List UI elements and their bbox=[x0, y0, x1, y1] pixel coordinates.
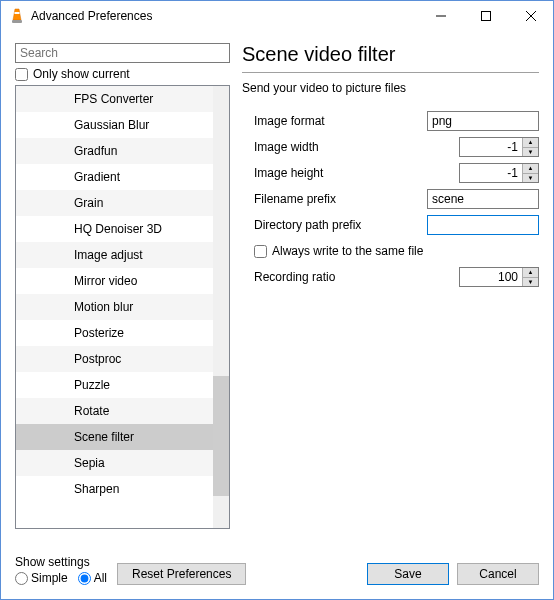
filename-prefix-input[interactable] bbox=[427, 189, 539, 209]
app-icon bbox=[9, 8, 25, 24]
scrollbar-thumb[interactable] bbox=[213, 376, 229, 496]
tree-item[interactable]: HQ Denoiser 3D bbox=[16, 216, 213, 242]
radio-all-label: All bbox=[94, 571, 107, 585]
tree-item[interactable]: Mirror video bbox=[16, 268, 213, 294]
image-width-up[interactable]: ▲ bbox=[523, 138, 538, 148]
recording-ratio-input[interactable] bbox=[460, 268, 522, 286]
filter-tree: FPS ConverterGaussian BlurGradfunGradien… bbox=[15, 85, 230, 529]
tree-scrollbar[interactable] bbox=[213, 86, 229, 528]
tree-item[interactable]: Postproc bbox=[16, 346, 213, 372]
always-write-checkbox[interactable] bbox=[254, 245, 267, 258]
tree-item[interactable]: Posterize bbox=[16, 320, 213, 346]
always-write-row[interactable]: Always write to the same file bbox=[242, 239, 539, 263]
tree-item[interactable]: Rotate bbox=[16, 398, 213, 424]
save-button[interactable]: Save bbox=[367, 563, 449, 585]
tree-item[interactable]: Puzzle bbox=[16, 372, 213, 398]
footer: Show settings Simple All Reset Preferenc… bbox=[1, 535, 553, 589]
dir-prefix-input[interactable] bbox=[427, 215, 539, 235]
reset-preferences-button[interactable]: Reset Preferences bbox=[117, 563, 246, 585]
divider bbox=[242, 72, 539, 73]
always-write-label: Always write to the same file bbox=[272, 244, 423, 258]
image-height-up[interactable]: ▲ bbox=[523, 164, 538, 174]
tree-item[interactable]: Gaussian Blur bbox=[16, 112, 213, 138]
only-show-current-row[interactable]: Only show current bbox=[15, 67, 230, 81]
show-settings-group: Show settings Simple All bbox=[15, 555, 107, 585]
image-width-label: Image width bbox=[242, 140, 397, 154]
right-panel: Scene video filter Send your video to pi… bbox=[242, 43, 539, 529]
recording-ratio-up[interactable]: ▲ bbox=[523, 268, 538, 278]
image-format-label: Image format bbox=[242, 114, 397, 128]
tree-item[interactable]: Image adjust bbox=[16, 242, 213, 268]
recording-ratio-down[interactable]: ▼ bbox=[523, 278, 538, 287]
recording-ratio-spinbox[interactable]: ▲ ▼ bbox=[459, 267, 539, 287]
svg-rect-1 bbox=[12, 20, 22, 23]
only-show-current-checkbox[interactable] bbox=[15, 68, 28, 81]
radio-all[interactable] bbox=[78, 572, 91, 585]
radio-simple-row[interactable]: Simple bbox=[15, 571, 68, 585]
window-title: Advanced Preferences bbox=[31, 9, 152, 23]
radio-simple[interactable] bbox=[15, 572, 28, 585]
left-panel: Only show current FPS ConverterGaussian … bbox=[15, 43, 230, 529]
image-width-input[interactable] bbox=[460, 138, 522, 156]
tree-item[interactable]: Grain bbox=[16, 190, 213, 216]
image-height-input[interactable] bbox=[460, 164, 522, 182]
radio-all-row[interactable]: All bbox=[78, 571, 107, 585]
dir-prefix-label: Directory path prefix bbox=[242, 218, 397, 232]
svg-rect-3 bbox=[481, 12, 490, 21]
image-width-spinbox[interactable]: ▲ ▼ bbox=[459, 137, 539, 157]
radio-simple-label: Simple bbox=[31, 571, 68, 585]
tree-item[interactable]: FPS Converter bbox=[16, 86, 213, 112]
image-height-spinbox[interactable]: ▲ ▼ bbox=[459, 163, 539, 183]
panel-subtitle: Send your video to picture files bbox=[242, 81, 539, 95]
image-width-down[interactable]: ▼ bbox=[523, 148, 538, 157]
tree-item[interactable]: Sepia bbox=[16, 450, 213, 476]
close-button[interactable] bbox=[508, 1, 553, 31]
filename-prefix-label: Filename prefix bbox=[242, 192, 397, 206]
cancel-button[interactable]: Cancel bbox=[457, 563, 539, 585]
recording-ratio-label: Recording ratio bbox=[242, 270, 397, 284]
maximize-button[interactable] bbox=[463, 1, 508, 31]
tree-item[interactable]: Motion blur bbox=[16, 294, 213, 320]
tree-item[interactable]: Scene filter bbox=[16, 424, 213, 450]
titlebar: Advanced Preferences bbox=[1, 1, 553, 31]
show-settings-label: Show settings bbox=[15, 555, 107, 569]
tree-item[interactable]: Sharpen bbox=[16, 476, 213, 502]
image-format-input[interactable] bbox=[427, 111, 539, 131]
search-input[interactable] bbox=[15, 43, 230, 63]
minimize-button[interactable] bbox=[418, 1, 463, 31]
image-height-down[interactable]: ▼ bbox=[523, 174, 538, 183]
svg-rect-0 bbox=[15, 12, 20, 14]
tree-item[interactable]: Gradfun bbox=[16, 138, 213, 164]
panel-heading: Scene video filter bbox=[242, 43, 539, 66]
tree-item[interactable]: Gradient bbox=[16, 164, 213, 190]
only-show-current-label: Only show current bbox=[33, 67, 130, 81]
image-height-label: Image height bbox=[242, 166, 397, 180]
